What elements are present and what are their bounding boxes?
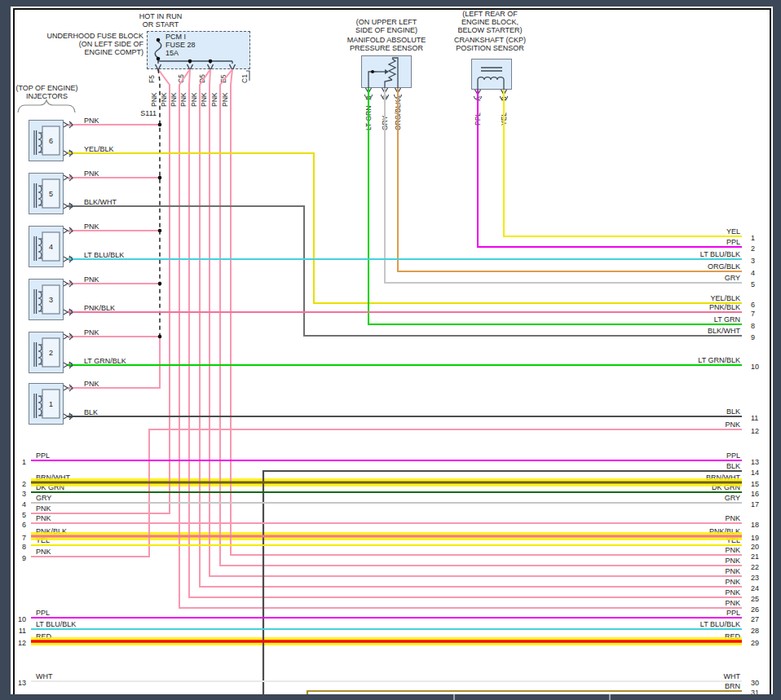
wire-number-right: 13 [751, 459, 759, 466]
splice-dot [158, 282, 162, 286]
wire-number-right: 8 [751, 323, 755, 330]
splice-dot [158, 229, 162, 233]
fuse-junction-dot [188, 59, 192, 64]
wire-number-right: 23 [751, 575, 759, 582]
wire-number-right: 14 [751, 469, 759, 477]
splice-dot [158, 123, 162, 127]
wire-number-right: 22 [751, 564, 759, 571]
wire-number-right: 11 [751, 415, 758, 422]
fuse-junction-dot [157, 38, 161, 42]
fuse-junction-dot [157, 57, 161, 61]
injector-pin-arrow [64, 281, 68, 286]
wire-segment-yelblk [67, 153, 742, 303]
fuse-junction-dot [209, 59, 213, 64]
injector-pin-arrow [64, 122, 68, 127]
wire-number-right: 27 [751, 616, 759, 623]
injector-pin-arrow [64, 334, 68, 339]
wire-number-right: 30 [751, 680, 759, 687]
wire-segment-pnk [67, 337, 160, 388]
wire-number-right: 5 [751, 281, 755, 288]
wire-number-left: 9 [11, 555, 26, 562]
injectors-brace [18, 100, 75, 112]
injector-pin-arrow [64, 257, 68, 262]
wire-number-left: 13 [11, 680, 26, 687]
wire-number-left: 7 [11, 535, 26, 542]
injector-pin-arrow [64, 363, 68, 368]
chrome-top [0, 0, 781, 7]
wire-number-right: 25 [751, 596, 759, 603]
wire-segment-pnk [189, 69, 742, 597]
wire-number-left: 2 [11, 481, 26, 488]
wire-segment-pnk [210, 69, 742, 576]
wire-number-right: 16 [751, 491, 759, 498]
wire-number-right: 21 [751, 553, 759, 561]
wire-number-right: 9 [751, 334, 755, 341]
wire-number-right: 15 [751, 481, 759, 488]
wire-number-left: 12 [11, 640, 26, 647]
injector-pin-arrow [64, 204, 68, 209]
injector-pin-arrow [64, 151, 68, 156]
splice-dot [158, 335, 162, 339]
injector-pin-arrow [64, 175, 68, 180]
fuse-symbol [155, 42, 249, 81]
wire-segment-gry [385, 88, 742, 283]
wire-number-right: 24 [751, 585, 759, 592]
bottom-cell-divider-2 [609, 694, 611, 700]
chrome-right [773, 0, 781, 700]
wire-number-right: 1 [751, 235, 755, 242]
injector-pin-arrow [64, 385, 68, 390]
wire-number-left: 10 [11, 616, 26, 623]
wire-number-right: 26 [751, 606, 759, 614]
injector-pin-arrow [64, 228, 68, 233]
wire-number-right: 4 [751, 270, 755, 277]
chrome-left [0, 0, 11, 700]
wire-number-right: 17 [751, 501, 759, 508]
wire-number-right: 18 [751, 522, 759, 529]
wire-segment-pnk [200, 69, 742, 587]
wire-number-left: 3 [11, 491, 26, 498]
wire-number-right: 12 [751, 428, 759, 435]
wire-number-left: 5 [11, 512, 26, 519]
splice-dot [158, 176, 162, 180]
wire-segment-ppl [478, 90, 742, 247]
wires-layer [0, 0, 781, 700]
wire-number-left: 6 [11, 522, 26, 529]
wire-number-right: 2 [751, 245, 755, 253]
wire-number-right: 10 [751, 363, 759, 371]
wire-number-right: 6 [751, 302, 755, 309]
ckp-sensor-symbol [474, 68, 508, 100]
wire-segment-orgblk [398, 88, 742, 271]
wire-number-left: 4 [11, 501, 26, 508]
injector-pin-arrow [64, 310, 68, 315]
wire-segment-dash [158, 69, 160, 337]
wiring-diagram-page: HOT IN RUNOR START UNDERHOOD FUSE BLOCK(… [0, 0, 781, 700]
chrome-bottom [0, 694, 781, 700]
wire-number-right: 7 [751, 310, 755, 318]
wire-number-left: 1 [11, 459, 26, 466]
map-sensor-symbol [365, 58, 402, 99]
wire-number-right: 28 [751, 627, 759, 635]
wire-number-right: 29 [751, 640, 759, 647]
wire-number-left: 11 [11, 627, 26, 635]
wire-number-left: 8 [11, 544, 26, 551]
wire-number-right: 3 [751, 258, 755, 265]
bottom-cell-divider-1 [453, 694, 455, 700]
wire-number-right: 20 [751, 544, 759, 551]
wire-segment-ltgrn [368, 88, 742, 324]
wire-number-right: 19 [751, 535, 759, 542]
wire-segment-blk [263, 471, 742, 694]
injector-pin-arrow [64, 414, 68, 419]
wire-segment-pnk [220, 69, 742, 566]
wire-segment-yel [504, 90, 742, 236]
